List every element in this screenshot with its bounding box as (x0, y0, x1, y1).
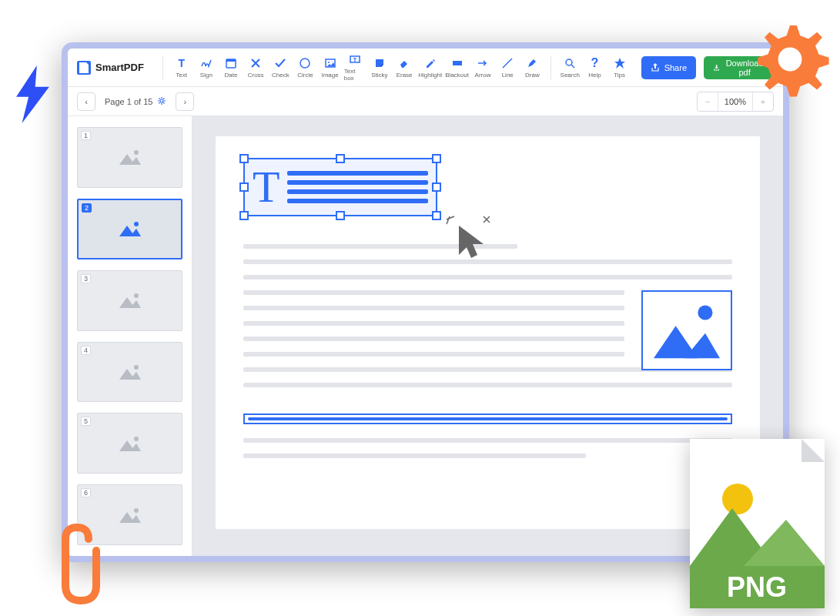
svg-text:T: T (353, 56, 356, 63)
svg-point-3 (722, 484, 753, 514)
tool-search[interactable]: Search (559, 54, 581, 82)
share-button[interactable]: Share (641, 56, 696, 79)
svg-point-32 (134, 508, 139, 513)
png-file-badge: PNG (690, 439, 825, 608)
tool-cross[interactable]: Cross (245, 54, 266, 82)
app-name: SmartPDF (95, 62, 144, 73)
svg-marker-37 (684, 333, 720, 359)
resize-handle-tl[interactable] (239, 154, 249, 163)
resize-handle-mr[interactable] (432, 182, 441, 192)
resize-handle-br[interactable] (432, 211, 441, 220)
tool-date[interactable]: Date (220, 54, 242, 82)
svg-marker-1 (802, 439, 825, 462)
tail-text-placeholder (243, 438, 732, 469)
download-icon (713, 63, 720, 72)
thumbnail-number: 2 (82, 203, 92, 213)
thumbnail-5[interactable]: 5 (77, 413, 182, 474)
selected-line-element[interactable] (243, 413, 732, 424)
svg-point-16 (160, 99, 163, 102)
thumbnail-sidebar[interactable]: 123456 (68, 116, 192, 556)
image-placeholder-box[interactable] (641, 290, 732, 370)
thumbnail-1[interactable]: 1 (77, 127, 182, 188)
image-icon (116, 361, 144, 383)
tool-tips[interactable]: Tips (609, 54, 631, 82)
svg-point-23 (134, 293, 139, 298)
tool-erase[interactable]: Erase (393, 54, 415, 82)
tool-circle[interactable]: Circle (294, 54, 316, 82)
image-icon (116, 146, 144, 168)
svg-rect-14 (453, 61, 462, 65)
share-icon (651, 63, 660, 72)
tool-text[interactable]: TText (171, 54, 192, 82)
image-icon (116, 218, 144, 239)
tool-textbox[interactable]: TText box (344, 50, 366, 85)
tool-arrow[interactable]: Arrow (472, 54, 494, 82)
main-toolbar: SmartPDF TText Sign Date Cross Check Cir… (68, 49, 783, 87)
next-page-button[interactable]: › (176, 92, 194, 111)
selected-textbox[interactable]: T (243, 158, 437, 216)
tool-sticky[interactable]: Sticky (369, 54, 390, 82)
thumbnail-4[interactable]: 4 (77, 342, 182, 403)
svg-point-35 (698, 305, 712, 320)
resize-handle-tm[interactable] (336, 154, 345, 163)
thumbnail-2[interactable]: 2 (77, 199, 182, 259)
cursor-icon (445, 215, 491, 261)
tool-sign[interactable]: Sign (196, 54, 217, 82)
svg-point-11 (328, 62, 330, 63)
tool-blackout[interactable]: Blackout (445, 54, 469, 82)
logo-icon (77, 61, 91, 75)
textbox-content-lines (287, 171, 428, 203)
tool-draw[interactable]: Draw (521, 54, 543, 82)
thumbnail-number: 6 (81, 488, 91, 497)
svg-rect-8 (226, 59, 236, 62)
prev-page-button[interactable]: ‹ (77, 92, 95, 111)
svg-point-9 (300, 59, 310, 68)
image-icon (116, 290, 144, 311)
svg-point-15 (566, 59, 572, 65)
page-indicator: Page 1 of 15 (105, 96, 166, 107)
tool-line[interactable]: Line (497, 54, 518, 82)
gear-icon (748, 17, 832, 102)
tool-check[interactable]: Check (269, 54, 291, 82)
svg-rect-2 (690, 439, 802, 462)
image-icon (648, 296, 726, 364)
svg-point-0 (778, 48, 802, 72)
thumbnail-number: 1 (81, 131, 91, 140)
png-label: PNG (727, 571, 787, 603)
resize-handle-tr[interactable] (432, 154, 441, 163)
thumbnail-number: 3 (81, 274, 91, 283)
svg-point-29 (134, 437, 139, 441)
page-settings-icon[interactable] (157, 96, 166, 107)
app-logo: SmartPDF (77, 61, 144, 75)
thumbnail-number: 4 (81, 346, 91, 355)
image-icon (116, 433, 144, 454)
thumbnail-number: 5 (81, 417, 91, 426)
document-page[interactable]: T (216, 136, 760, 529)
paperclip-icon (46, 524, 108, 608)
app-window: SmartPDF TText Sign Date Cross Check Cir… (62, 42, 789, 562)
svg-point-17 (134, 150, 139, 155)
sub-toolbar: ‹ Page 1 of 15 › − 100% + (68, 87, 783, 116)
resize-handle-bm[interactable] (336, 211, 345, 220)
resize-handle-ml[interactable] (239, 182, 249, 192)
svg-point-20 (134, 222, 139, 226)
zoom-out-button[interactable]: − (698, 92, 718, 111)
thumbnail-3[interactable]: 3 (77, 270, 182, 331)
image-icon (116, 504, 144, 526)
tool-help[interactable]: ?Help (584, 54, 605, 82)
resize-handle-bl[interactable] (239, 211, 249, 220)
svg-point-26 (134, 365, 139, 370)
tool-highlight[interactable]: Highlight (418, 54, 442, 82)
text-tool-glyph: T (253, 165, 279, 209)
tool-image[interactable]: Image (320, 54, 341, 82)
lightning-icon (12, 65, 54, 123)
